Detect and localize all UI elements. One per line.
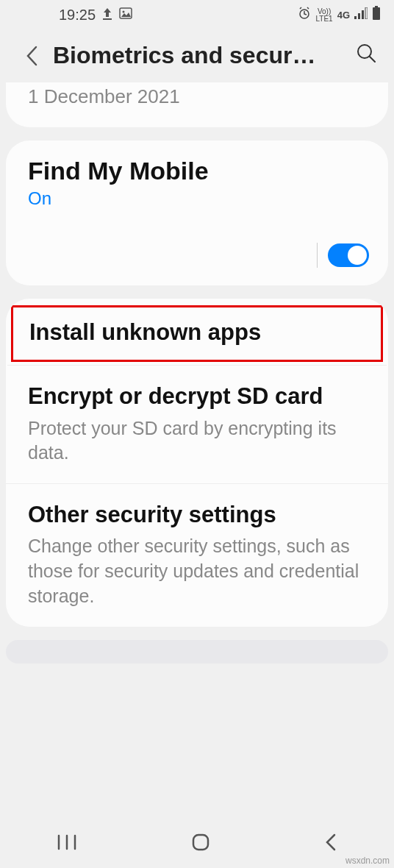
scroll-indicator [6, 640, 388, 664]
find-mobile-status: On [28, 188, 366, 209]
svg-rect-4 [358, 13, 360, 19]
nav-back-button[interactable] [324, 833, 337, 852]
status-time: 19:25 [59, 7, 96, 24]
signal-icon [354, 7, 368, 23]
svg-rect-7 [375, 6, 378, 7]
svg-rect-8 [373, 7, 380, 20]
home-button[interactable] [191, 833, 210, 852]
find-mobile-title: Find My Mobile [28, 157, 366, 185]
back-button[interactable] [21, 45, 43, 67]
find-mobile-toggle[interactable] [328, 243, 369, 267]
other-security-item[interactable]: Other security settings Change other sec… [6, 484, 388, 627]
app-header: Biometrics and secur… [0, 29, 394, 82]
encrypt-sd-item[interactable]: Encrypt or decrypt SD card Protect your … [6, 366, 388, 484]
volte-icon: Vo)) LTE1 [315, 8, 332, 23]
svg-rect-5 [362, 10, 364, 19]
svg-rect-6 [365, 7, 368, 19]
alarm-icon [298, 7, 311, 24]
network-4g-label: 4G [337, 12, 350, 19]
svg-rect-13 [193, 835, 208, 850]
svg-rect-3 [354, 16, 357, 19]
find-mobile-card: Find My Mobile On [6, 140, 388, 285]
divider [317, 243, 318, 268]
update-date: 1 December 2021 [28, 85, 366, 108]
recents-button[interactable] [57, 834, 77, 850]
other-security-title: Other security settings [28, 500, 366, 530]
upload-icon [101, 7, 113, 24]
svg-point-1 [123, 11, 125, 13]
install-unknown-apps-title: Install unknown apps [29, 318, 365, 347]
update-date-card[interactable]: 1 December 2021 [6, 82, 388, 127]
status-bar: 19:25 Vo)) LTE1 4G [0, 0, 394, 29]
page-title: Biometrics and secur… [53, 42, 345, 69]
watermark: wsxdn.com [345, 855, 390, 866]
find-mobile-item[interactable]: Find My Mobile On [6, 140, 388, 230]
search-button[interactable] [356, 43, 382, 68]
security-list-card: Install unknown apps Encrypt or decrypt … [6, 299, 388, 627]
encrypt-sd-title: Encrypt or decrypt SD card [28, 382, 366, 411]
image-icon [119, 7, 132, 23]
navigation-bar [0, 824, 394, 868]
install-unknown-apps-item[interactable]: Install unknown apps [7, 302, 387, 366]
encrypt-sd-subtitle: Protect your SD card by encrypting its d… [28, 416, 366, 466]
battery-icon [372, 6, 381, 24]
other-security-subtitle: Change other security settings, such as … [28, 534, 366, 608]
